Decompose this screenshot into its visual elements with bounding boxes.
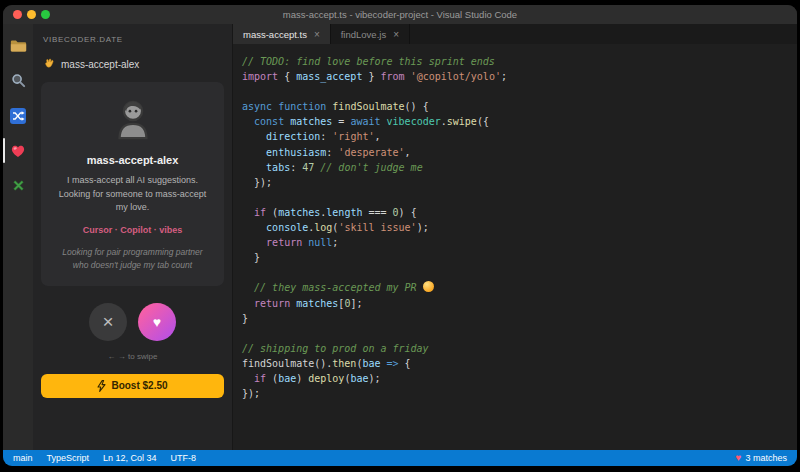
close-tab-icon[interactable]: × [314,29,320,40]
code-line: import { mass_accept } from '@copilot/yo… [242,69,797,84]
status-matches[interactable]: ♥ 3 matches [736,453,787,463]
reject-button[interactable]: × [89,303,127,341]
heart-arrow-icon [10,144,26,158]
activity-item-explorer[interactable] [3,28,33,63]
tab-label: mass-accept.ts [243,29,307,40]
window-title: mass-accept.ts - vibecoder-project - Vis… [283,9,517,20]
code-line: } [242,311,797,326]
vscode-window: mass-accept.ts - vibecoder-project - Vis… [3,5,797,466]
swipe-buttons: × ♥ [41,303,224,341]
status-item[interactable]: UTF-8 [171,453,197,463]
profile-card: mass-accept-alex I mass-accept all AI su… [41,82,224,286]
profile-list-label: mass-accept-alex [61,59,139,70]
code-line [242,84,797,99]
sidebar-title: VIBECODER.DATE [41,32,224,44]
code-line: enthusiasm: 'desperate', [242,145,797,160]
code-line: async function findSoulmate() { [242,99,797,114]
code-line [242,265,797,280]
shuffle-icon [10,108,26,124]
activity-bar [3,24,33,450]
activity-item-dating[interactable] [3,133,33,168]
status-bar: mainTypeScriptLn 12, Col 34UTF-8 ♥ 3 mat… [3,450,797,466]
profile-name: mass-accept-alex [51,154,214,166]
activity-item-shuffle[interactable] [3,98,33,133]
main-area: VIBECODER.DATE mass-accept-alex mass-acc… [3,24,797,450]
code-line: if (bae) deploy(bae); [242,371,797,386]
code-line: // they mass-accepted my PR [242,280,797,295]
swipe-hint: ← → to swipe [41,352,224,361]
editor: mass-accept.ts × findLove.js × // TODO: … [233,24,797,450]
reject-x-icon: × [102,312,113,331]
code-line: direction: 'right', [242,129,797,144]
profile-list-item[interactable]: mass-accept-alex [41,56,224,72]
code-line: } [242,250,797,265]
profile-quote: Looking for pair programming partner who… [51,246,214,272]
green-cross-icon [11,178,26,193]
lightning-bolt-icon [97,380,106,392]
code-line: const matches = await vibecoder.swipe({ [242,114,797,129]
status-item[interactable]: TypeScript [47,453,90,463]
maximize-window-button[interactable] [41,10,50,19]
close-tab-icon[interactable]: × [393,29,399,40]
tab-mass-accept-ts[interactable]: mass-accept.ts × [233,24,331,44]
wave-icon [43,58,55,70]
traffic-lights [13,5,50,24]
titlebar: mass-accept.ts - vibecoder-project - Vis… [3,5,797,24]
activity-item-search[interactable] [3,63,33,98]
folder-icon [10,39,27,53]
code-line: return matches[0]; [242,296,797,311]
code-line: if (matches.length === 0) { [242,205,797,220]
boost-button[interactable]: Boost $2.50 [41,374,224,398]
sidebar: VIBECODER.DATE mass-accept-alex mass-acc… [33,24,233,450]
code-line: // shipping to prod on a friday [242,341,797,356]
status-item[interactable]: main [13,453,33,463]
profile-bio: I mass-accept all AI suggestions. Lookin… [51,174,214,215]
code-line: return null; [242,235,797,250]
heart-icon: ♥ [736,453,742,463]
profile-tags: Cursor · Copilot · vibes [51,225,214,235]
code-line: findSoulmate().then(bae => { [242,356,797,371]
code-line: }); [242,175,797,190]
minimize-window-button[interactable] [27,10,36,19]
code-line [242,326,797,341]
code-line: tabs: 47 // don't judge me [242,160,797,175]
boost-label: Boost $2.50 [111,380,167,391]
code-line: console.log('skill issue'); [242,220,797,235]
tab-bar: mass-accept.ts × findLove.js × [233,24,797,44]
code-area[interactable]: // TODO: find love before this sprint en… [233,44,797,450]
like-heart-icon: ♥ [153,315,161,329]
code-line: // TODO: find love before this sprint en… [242,54,797,69]
search-icon [11,73,26,88]
person-avatar-icon [110,97,156,143]
close-window-button[interactable] [13,10,22,19]
status-item[interactable]: Ln 12, Col 34 [103,453,157,463]
code-line [242,190,797,205]
smiling-face-with-hearts-icon [423,281,434,292]
tab-label: findLove.js [341,29,386,40]
matches-label: 3 matches [745,453,787,463]
like-button[interactable]: ♥ [138,303,176,341]
status-left: mainTypeScriptLn 12, Col 34UTF-8 [13,453,196,463]
activity-item-extensions[interactable] [3,168,33,203]
code-line: }); [242,386,797,401]
tab-findlove-js[interactable]: findLove.js × [331,24,410,44]
